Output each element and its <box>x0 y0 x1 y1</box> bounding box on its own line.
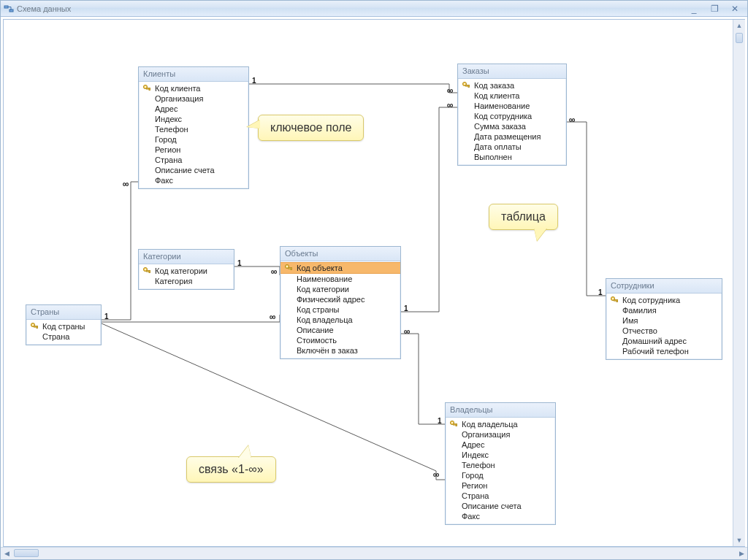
field-row[interactable]: Код сотрудника <box>458 111 566 121</box>
entity-employees[interactable]: Сотрудники Код сотрудникаФамилияИмяОтчес… <box>606 278 722 360</box>
field-name: Включён в заказ <box>297 346 358 355</box>
callout-tail <box>534 228 547 241</box>
scroll-thumb[interactable] <box>736 33 743 43</box>
field-row[interactable]: Включён в заказ <box>280 345 400 356</box>
field-row[interactable]: Категория <box>139 276 234 286</box>
svg-rect-5 <box>37 326 37 329</box>
field-row[interactable]: Телефон <box>139 124 248 134</box>
field-list: Код категорииКатегория <box>139 264 234 289</box>
field-name: Адрес <box>462 440 485 449</box>
field-row[interactable]: Индекс <box>139 114 248 124</box>
field-row[interactable]: Код владельца <box>446 419 555 429</box>
field-row[interactable]: Город <box>446 470 555 480</box>
field-row[interactable]: Описание <box>280 325 400 335</box>
maximize-button[interactable]: ❐ <box>705 3 724 15</box>
field-row[interactable]: Город <box>139 134 248 145</box>
field-list: Код сотрудникаФамилияИмяОтчествоДомашний… <box>606 294 722 359</box>
entity-title[interactable]: Владельцы <box>446 403 555 418</box>
entity-countries[interactable]: Страны Код страныСтрана <box>26 304 102 345</box>
field-row[interactable]: Дата оплаты <box>458 142 566 152</box>
callout-table: таблица <box>489 204 558 230</box>
entity-title[interactable]: Клиенты <box>139 67 248 82</box>
entity-orders[interactable]: Заказы Код заказаКод клиентаНаименование… <box>457 64 567 166</box>
entity-clients[interactable]: Клиенты Код клиентаОрганизацияАдресИндек… <box>138 66 249 189</box>
field-row[interactable]: Код владельца <box>280 315 400 325</box>
callout-text: таблица <box>501 210 546 223</box>
entity-categories[interactable]: Категории Код категорииКатегория <box>138 249 234 290</box>
field-name: Выполнен <box>474 153 512 161</box>
field-row[interactable]: Код клиента <box>139 83 248 93</box>
scroll-track[interactable] <box>12 548 736 559</box>
field-row[interactable]: Рабочий телефон <box>606 346 722 356</box>
field-row[interactable]: Регион <box>139 145 248 155</box>
field-row[interactable]: Сумма заказа <box>458 121 566 131</box>
scroll-left-arrow[interactable]: ◀ <box>1 548 12 559</box>
field-row[interactable]: Домашний адрес <box>606 336 722 346</box>
entity-title[interactable]: Объекты <box>280 247 400 261</box>
scroll-up-arrow[interactable]: ▲ <box>733 20 745 31</box>
field-row[interactable]: Факс <box>139 175 248 185</box>
field-name: Фамилия <box>622 306 657 315</box>
scroll-down-arrow[interactable]: ▼ <box>733 534 745 546</box>
field-name: Код сотрудника <box>622 296 680 304</box>
titlebar[interactable]: Схема данных _ ❐ ✕ <box>1 1 747 17</box>
field-row[interactable]: Отчество <box>606 326 722 336</box>
field-row[interactable]: Код заказа <box>458 80 566 91</box>
field-row[interactable]: Код объекта <box>280 262 400 274</box>
field-row[interactable]: Факс <box>446 511 555 521</box>
field-row[interactable]: Страна <box>139 155 248 165</box>
field-name: Дата размещения <box>474 132 541 141</box>
field-row[interactable]: Организация <box>446 429 555 440</box>
field-row[interactable]: Индекс <box>446 450 555 460</box>
vertical-scrollbar[interactable]: ▲ ▼ <box>733 20 745 546</box>
close-button[interactable]: ✕ <box>725 3 744 15</box>
svg-rect-29 <box>617 300 617 302</box>
field-row[interactable]: Наименование <box>280 274 400 284</box>
field-row[interactable]: Дата размещения <box>458 131 566 142</box>
field-row[interactable]: Страна <box>446 491 555 501</box>
field-row[interactable]: Код категории <box>139 266 234 276</box>
field-row[interactable]: Наименование <box>458 101 566 111</box>
field-row[interactable]: Адрес <box>446 440 555 450</box>
primary-key-icon <box>610 296 619 304</box>
scroll-thumb[interactable] <box>14 549 39 557</box>
field-row[interactable]: Стоимость <box>280 335 400 345</box>
field-list: Код объектаНаименованиеКод категорииФизи… <box>280 261 400 358</box>
field-row[interactable]: Адрес <box>139 104 248 114</box>
field-row[interactable]: Код категории <box>280 284 400 294</box>
field-row[interactable]: Физический адрес <box>280 294 400 304</box>
svg-rect-0 <box>4 6 8 8</box>
entity-title[interactable]: Сотрудники <box>606 279 722 294</box>
field-row[interactable]: Код клиента <box>458 91 566 101</box>
horizontal-scrollbar[interactable]: ◀ ▶ <box>1 547 747 559</box>
svg-rect-9 <box>149 88 150 91</box>
field-row[interactable]: Код сотрудника <box>606 295 722 305</box>
callout-relation: связь «1-∞» <box>186 456 276 483</box>
field-row[interactable]: Код страны <box>26 321 101 331</box>
entity-objects[interactable]: Объекты Код объектаНаименованиеКод катег… <box>280 246 401 359</box>
relationships-canvas[interactable]: 1 ∞ 1 ∞ ∞ ∞ 1 ∞ 1 ∞ 1 ∞ 1 ∞ Страны Код с… <box>4 20 732 546</box>
field-row[interactable]: Имя <box>606 315 722 326</box>
callout-text: связь «1-∞» <box>199 463 264 475</box>
entity-title[interactable]: Заказы <box>458 64 566 79</box>
field-row[interactable]: Выполнен <box>458 152 566 162</box>
entity-title[interactable]: Категории <box>139 250 234 264</box>
entity-title[interactable]: Страны <box>26 305 101 320</box>
field-row[interactable]: Телефон <box>446 460 555 470</box>
field-row[interactable]: Регион <box>446 480 555 491</box>
field-row[interactable]: Описание счета <box>446 501 555 511</box>
field-name: Телефон <box>462 461 495 469</box>
field-row[interactable]: Описание счета <box>139 165 248 175</box>
field-list: Код владельцаОрганизацияАдресИндексТелеф… <box>446 418 555 524</box>
svg-rect-13 <box>149 271 150 273</box>
entity-owners[interactable]: Владельцы Код владельцаОрганизацияАдресИ… <box>445 402 556 525</box>
field-name: Код страны <box>42 322 85 331</box>
field-row[interactable]: Страна <box>26 331 101 342</box>
field-row[interactable]: Код страны <box>280 304 400 315</box>
card-one: 1 <box>252 77 256 85</box>
field-name: Организация <box>462 430 510 439</box>
minimize-button[interactable]: _ <box>684 3 703 15</box>
field-row[interactable]: Фамилия <box>606 305 722 315</box>
field-row[interactable]: Организация <box>139 93 248 104</box>
scroll-right-arrow[interactable]: ▶ <box>736 548 747 559</box>
